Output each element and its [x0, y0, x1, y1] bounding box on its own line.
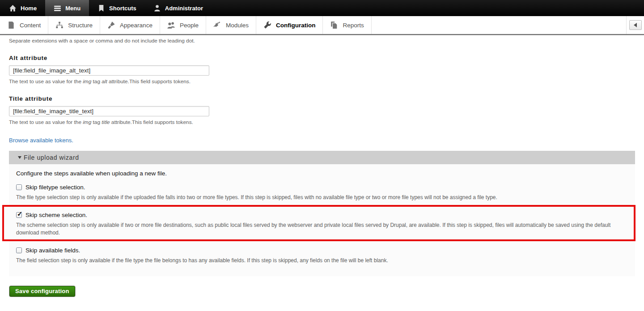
menu-icon — [54, 4, 61, 12]
desc-em: title — [102, 119, 110, 125]
skip-filetype-checkbox[interactable] — [16, 184, 22, 190]
sitemap-icon — [55, 21, 64, 29]
tab-label: Reports — [343, 22, 364, 29]
desc-text: tag — [91, 78, 102, 85]
fieldset-body: Configure the steps available when uploa… — [9, 164, 635, 276]
title-attribute-label: Title attribute — [9, 95, 635, 102]
skip-fields-description: The field selection step is only availab… — [16, 257, 628, 264]
skip-filetype-label: Skip filetype selection. — [25, 184, 85, 191]
fieldset-title: File upload wizard — [24, 154, 79, 161]
bookmark-icon — [97, 4, 105, 12]
paintbrush-icon — [107, 21, 115, 29]
save-configuration-button[interactable]: Save configuration — [9, 285, 76, 297]
toolbar-item-administrator[interactable]: Administrator — [145, 0, 212, 16]
toolbar-item-menu[interactable]: Menu — [45, 0, 89, 16]
home-icon — [9, 4, 17, 12]
toolbar-item-label: Shortcuts — [109, 5, 136, 12]
skip-scheme-checkbox[interactable]: ✓ — [16, 212, 22, 218]
wizard-intro-text: Configure the steps available when uploa… — [16, 170, 628, 177]
checkbox-row: Skip available fields. — [16, 247, 628, 254]
desc-text: attribute.This field supports tokens. — [110, 119, 193, 125]
report-pages-icon — [330, 21, 338, 29]
checkbox-row: ✓ Skip scheme selection. — [16, 212, 625, 218]
browse-tokens-link[interactable]: Browse available tokens. — [9, 137, 73, 144]
tab-label: Structure — [68, 22, 93, 29]
skip-scheme-description: The scheme selection step is only availa… — [16, 222, 625, 237]
toolbar-item-home[interactable]: Home — [0, 0, 45, 16]
option-skip-filetype: Skip filetype selection. The file type s… — [16, 184, 628, 201]
settings-form: Separate extensions with a space or comm… — [0, 35, 644, 297]
people-icon — [167, 21, 175, 29]
plug-icon — [213, 21, 221, 29]
toggle-orientation-button[interactable] — [629, 20, 642, 30]
user-icon — [153, 4, 161, 12]
toolbar-item-label: Home — [21, 5, 37, 12]
wrench-icon — [263, 21, 271, 29]
tab-appearance[interactable]: Appearance — [100, 16, 160, 34]
alt-attribute-label: Alt attribute — [9, 55, 635, 61]
tab-reports[interactable]: Reports — [323, 16, 371, 34]
highlighted-region: ✓ Skip scheme selection. The scheme sele… — [2, 205, 636, 241]
checkbox-row: Skip filetype selection. — [16, 184, 628, 191]
collapse-left-icon — [634, 23, 637, 27]
toolbar-item-label: Menu — [65, 5, 80, 12]
desc-em: alt — [102, 78, 107, 85]
collapse-arrow-icon — [18, 156, 21, 159]
option-skip-fields: Skip available fields. The field selecti… — [16, 247, 628, 264]
tab-structure[interactable]: Structure — [48, 16, 100, 34]
desc-text: attribute.This field supports tokens. — [107, 78, 191, 85]
toolbar-item-label: Administrator — [165, 5, 203, 12]
admin-toolbar: Home Menu Shortcuts Administrator — [0, 0, 644, 16]
toolbar-item-shortcuts[interactable]: Shortcuts — [89, 0, 145, 16]
tab-label: People — [180, 22, 199, 29]
desc-em: img — [83, 78, 91, 85]
file-upload-wizard-fieldset: File upload wizard Configure the steps a… — [9, 151, 635, 276]
admin-menu-tray: Content Structure Appearance People Modu… — [0, 16, 644, 35]
tab-label: Appearance — [120, 22, 153, 29]
skip-fields-label: Skip available fields. — [25, 247, 80, 254]
tab-content[interactable]: Content — [0, 16, 48, 34]
alt-attribute-input[interactable] — [9, 65, 209, 76]
fieldset-legend[interactable]: File upload wizard — [9, 151, 635, 164]
title-attribute-input[interactable] — [9, 106, 209, 116]
desc-text: tag — [91, 119, 102, 125]
title-attribute-description: The text to use as value for the img tag… — [9, 119, 635, 125]
tab-people[interactable]: People — [160, 16, 206, 34]
option-skip-scheme: ✓ Skip scheme selection. The scheme sele… — [16, 212, 625, 237]
desc-em: img — [83, 119, 91, 125]
desc-text: The text to use as value for the — [9, 78, 83, 85]
skip-filetype-description: The file type selection step is only ava… — [16, 194, 628, 201]
skip-scheme-label: Skip scheme selection. — [25, 212, 87, 218]
tab-label: Modules — [226, 22, 249, 29]
tab-label: Content — [20, 22, 41, 29]
extensions-help-text: Separate extensions with a space or comm… — [9, 38, 635, 44]
tab-configuration[interactable]: Configuration — [256, 16, 323, 34]
tab-modules[interactable]: Modules — [206, 16, 256, 34]
skip-fields-checkbox[interactable] — [16, 247, 22, 253]
tray-toggle-area — [626, 16, 644, 34]
tab-label: Configuration — [276, 22, 315, 29]
document-icon — [7, 21, 15, 29]
alt-attribute-description: The text to use as value for the img tag… — [9, 78, 635, 85]
checkmark: ✓ — [17, 210, 23, 217]
desc-text: The text to use as value for the — [9, 119, 83, 125]
